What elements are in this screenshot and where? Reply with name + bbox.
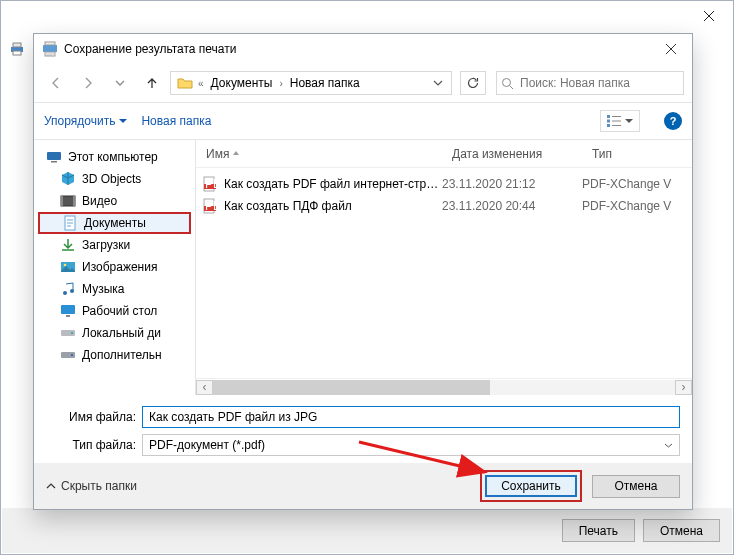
organize-label: Упорядочить bbox=[44, 114, 115, 128]
scroll-track[interactable] bbox=[213, 380, 675, 395]
tree-label: Видео bbox=[82, 194, 117, 208]
svg-rect-22 bbox=[66, 315, 70, 317]
hide-folders-toggle[interactable]: Скрыть папки bbox=[46, 479, 137, 493]
tree-item-this-pc[interactable]: Этот компьютер bbox=[38, 146, 191, 168]
video-icon bbox=[60, 193, 76, 209]
tree-item-video[interactable]: Видео bbox=[38, 190, 191, 212]
save-form: Имя файла: Тип файла: PDF-документ (*.pd… bbox=[34, 395, 692, 463]
column-name[interactable]: Имя bbox=[196, 147, 442, 161]
horizontal-scrollbar[interactable]: ‹ › bbox=[196, 378, 692, 395]
file-type: PDF-XChange V bbox=[582, 177, 692, 191]
tree-item-3d-objects[interactable]: 3D Objects bbox=[38, 168, 191, 190]
nav-forward-button[interactable] bbox=[74, 70, 102, 96]
pc-icon bbox=[46, 149, 62, 165]
tree-label: Локальный ди bbox=[82, 326, 161, 340]
dialog-close-button[interactable] bbox=[654, 38, 688, 60]
tree-item-desktop[interactable]: Рабочий стол bbox=[38, 300, 191, 322]
toolbar: Упорядочить Новая папка ? bbox=[34, 102, 692, 140]
view-mode-button[interactable] bbox=[600, 110, 640, 132]
scroll-thumb[interactable] bbox=[213, 380, 490, 395]
svg-rect-11 bbox=[51, 161, 57, 163]
tree-label: Дополнительн bbox=[82, 348, 162, 362]
breadcrumb-dropdown[interactable] bbox=[429, 78, 447, 88]
refresh-button[interactable] bbox=[460, 71, 486, 95]
parent-close-button[interactable] bbox=[695, 7, 723, 25]
svg-rect-21 bbox=[61, 305, 75, 314]
svg-rect-26 bbox=[71, 354, 73, 356]
save-file-dialog: Сохранение результата печати « Документы… bbox=[33, 33, 693, 510]
organize-menu[interactable]: Упорядочить bbox=[44, 114, 127, 128]
image-icon bbox=[60, 259, 76, 275]
svg-rect-7 bbox=[607, 115, 610, 118]
chevron-down-icon bbox=[115, 78, 125, 88]
close-icon bbox=[701, 8, 717, 24]
file-date: 23.11.2020 20:44 bbox=[442, 199, 582, 213]
svg-rect-8 bbox=[607, 120, 610, 123]
nav-recent-button[interactable] bbox=[106, 70, 134, 96]
file-date: 23.11.2020 21:12 bbox=[442, 177, 582, 191]
help-button[interactable]: ? bbox=[664, 112, 682, 130]
parent-cancel-button[interactable]: Отмена bbox=[643, 519, 720, 542]
svg-rect-9 bbox=[607, 124, 610, 127]
file-name: Как создать PDF файл интернет-страни... bbox=[224, 177, 442, 191]
parent-footer: Печать Отмена bbox=[2, 508, 732, 553]
file-type: PDF-XChange V bbox=[582, 199, 692, 213]
close-icon bbox=[665, 43, 677, 55]
svg-rect-15 bbox=[73, 196, 75, 206]
tree-item-local-disk[interactable]: Локальный ди bbox=[38, 322, 191, 344]
svg-rect-14 bbox=[61, 196, 63, 206]
svg-rect-1 bbox=[13, 43, 21, 47]
scroll-right-button[interactable]: › bbox=[675, 380, 692, 395]
tree-label: Музыка bbox=[82, 282, 124, 296]
file-list-area: Имя Дата изменения Тип PDF Как создать P… bbox=[196, 140, 692, 395]
tree-label: Документы bbox=[84, 216, 146, 230]
breadcrumb[interactable]: « Документы › Новая папка bbox=[170, 71, 452, 95]
chevron-up-icon bbox=[46, 481, 56, 491]
pdf-file-icon: PDF bbox=[196, 198, 224, 214]
caret-down-icon bbox=[625, 117, 633, 125]
nav-up-button[interactable] bbox=[138, 70, 166, 96]
svg-text:PDF: PDF bbox=[205, 177, 218, 191]
column-type[interactable]: Тип bbox=[582, 147, 692, 161]
caret-down-icon bbox=[119, 117, 127, 125]
document-icon bbox=[62, 215, 78, 231]
svg-rect-3 bbox=[43, 45, 57, 52]
cube-icon bbox=[60, 171, 76, 187]
nav-back-button[interactable] bbox=[42, 70, 70, 96]
search-placeholder: Поиск: Новая папка bbox=[520, 76, 630, 90]
parent-print-button[interactable]: Печать bbox=[562, 519, 635, 542]
tree-label: Загрузки bbox=[82, 238, 130, 252]
new-folder-button[interactable]: Новая папка bbox=[141, 114, 211, 128]
arrow-right-icon bbox=[81, 76, 95, 90]
tree-item-documents[interactable]: Документы bbox=[38, 212, 191, 234]
svg-rect-4 bbox=[45, 42, 55, 45]
tree-label: Этот компьютер bbox=[68, 150, 158, 164]
svg-rect-2 bbox=[13, 51, 21, 55]
svg-rect-24 bbox=[71, 332, 73, 334]
tree-item-music[interactable]: Музыка bbox=[38, 278, 191, 300]
save-button[interactable]: Сохранить bbox=[485, 475, 577, 497]
file-row[interactable]: PDF Как создать PDF файл интернет-страни… bbox=[196, 173, 692, 195]
scroll-left-button[interactable]: ‹ bbox=[196, 380, 213, 395]
file-row[interactable]: PDF Как создать ПДФ файл 23.11.2020 20:4… bbox=[196, 195, 692, 217]
tree-item-additional-disk[interactable]: Дополнительн bbox=[38, 344, 191, 366]
svg-point-18 bbox=[64, 264, 67, 267]
breadcrumb-item[interactable]: Документы bbox=[207, 76, 277, 90]
tree-item-downloads[interactable]: Загрузки bbox=[38, 234, 191, 256]
filetype-label: Тип файла: bbox=[46, 438, 136, 452]
folder-tree: Этот компьютер 3D Objects Видео Документ… bbox=[34, 140, 196, 395]
search-field[interactable]: Поиск: Новая папка bbox=[496, 71, 684, 95]
filename-input[interactable] bbox=[142, 406, 680, 428]
cancel-button[interactable]: Отмена bbox=[592, 475, 680, 498]
breadcrumb-item[interactable]: Новая папка bbox=[286, 76, 364, 90]
desktop-icon bbox=[60, 303, 76, 319]
filetype-select[interactable]: PDF-документ (*.pdf) bbox=[142, 434, 680, 456]
tree-label: 3D Objects bbox=[82, 172, 141, 186]
dialog-body: Этот компьютер 3D Objects Видео Документ… bbox=[34, 140, 692, 395]
arrow-left-icon bbox=[49, 76, 63, 90]
disk-icon bbox=[60, 325, 76, 341]
svg-text:PDF: PDF bbox=[205, 199, 218, 213]
column-date[interactable]: Дата изменения bbox=[442, 147, 582, 161]
svg-rect-12 bbox=[61, 196, 75, 206]
tree-item-pictures[interactable]: Изображения bbox=[38, 256, 191, 278]
